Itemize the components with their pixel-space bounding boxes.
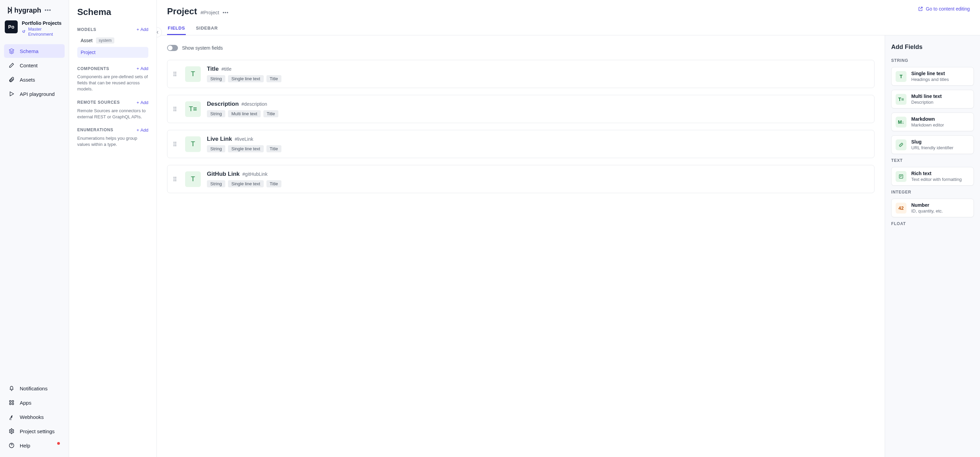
add-remote-source-button[interactable]: + Add bbox=[137, 100, 148, 105]
field-tag: Single line text bbox=[228, 75, 264, 82]
nav-project-settings[interactable]: Project settings bbox=[4, 424, 65, 438]
brand-logo[interactable]: hygraph bbox=[7, 6, 41, 14]
show-system-fields-label: Show system fields bbox=[182, 45, 223, 51]
brand-menu-icon[interactable]: ••• bbox=[45, 7, 51, 13]
add-model-button[interactable]: + Add bbox=[137, 27, 148, 32]
field-name: Title bbox=[207, 66, 219, 72]
help-badge bbox=[57, 442, 60, 445]
svg-point-4 bbox=[11, 430, 13, 432]
plus-icon: + bbox=[137, 127, 139, 133]
field-type-markdown[interactable]: M↓ Markdown Markdown editor bbox=[891, 113, 974, 131]
add-enumeration-button[interactable]: + Add bbox=[137, 127, 148, 133]
show-system-fields-toggle[interactable] bbox=[167, 45, 178, 51]
nav-api-playground[interactable]: API playground bbox=[4, 87, 65, 101]
field-api-id: #gitHubLink bbox=[242, 171, 267, 177]
field-card[interactable]: T Title #title StringSingle line textTit… bbox=[167, 60, 875, 88]
float-section-header: FLOAT bbox=[891, 221, 974, 226]
nav-webhooks[interactable]: Webhooks bbox=[4, 410, 65, 424]
add-fields-panel: Add Fields STRING T Single line text Hea… bbox=[885, 35, 980, 457]
field-tag: Title bbox=[266, 75, 282, 82]
components-help: Components are pre-defined sets of field… bbox=[77, 74, 148, 92]
field-type-icon: T bbox=[185, 66, 201, 82]
field-type-multi-line-text[interactable]: T≡ Multi line text Description bbox=[891, 90, 974, 108]
field-tag: String bbox=[207, 180, 225, 187]
svg-rect-1 bbox=[12, 401, 14, 402]
svg-rect-3 bbox=[12, 403, 14, 405]
markdown-icon: M↓ bbox=[896, 117, 907, 127]
gear-icon bbox=[8, 428, 15, 435]
schema-panel-title: Schema bbox=[77, 7, 148, 17]
field-name: Description bbox=[207, 101, 239, 108]
field-tag: Title bbox=[263, 110, 278, 117]
enumerations-help: Enumerations helps you group values with… bbox=[77, 135, 148, 148]
field-type-number[interactable]: 42 Number ID, quantity, etc. bbox=[891, 198, 974, 217]
slug-icon bbox=[896, 140, 907, 150]
branch-icon bbox=[22, 29, 26, 34]
field-api-id: #title bbox=[221, 66, 232, 72]
model-project[interactable]: Project bbox=[77, 47, 148, 58]
field-api-id: #liveLink bbox=[235, 136, 253, 142]
project-avatar: Po bbox=[5, 21, 18, 33]
model-api-id: #Project bbox=[200, 10, 219, 15]
field-tag: Single line text bbox=[228, 145, 264, 152]
integer-section-header: INTEGER bbox=[891, 190, 974, 195]
nav-assets[interactable]: Assets bbox=[4, 73, 65, 86]
add-fields-title: Add Fields bbox=[891, 43, 974, 51]
field-tag: String bbox=[207, 145, 225, 152]
pencil-icon bbox=[8, 62, 15, 69]
nav-apps[interactable]: Apps bbox=[4, 396, 65, 409]
field-type-icon: T bbox=[185, 171, 201, 187]
field-card[interactable]: T≡ Description #description StringMulti … bbox=[167, 95, 875, 123]
models-header: MODELS bbox=[77, 27, 96, 32]
string-section-header: STRING bbox=[891, 58, 974, 63]
tab-fields[interactable]: FIELDS bbox=[167, 22, 186, 35]
field-type-slug[interactable]: Slug URL friendly identifier bbox=[891, 135, 974, 154]
system-tag: system bbox=[96, 37, 115, 43]
schema-panel: Schema MODELS + Add Asset system Project… bbox=[69, 0, 157, 457]
field-type-icon: T bbox=[185, 136, 201, 152]
help-icon bbox=[8, 442, 15, 449]
nav-schema[interactable]: Schema bbox=[4, 44, 65, 58]
multi-line-text-icon: T≡ bbox=[896, 94, 907, 105]
drag-handle-icon[interactable] bbox=[173, 107, 179, 111]
model-title: Project bbox=[167, 6, 197, 17]
single-line-text-icon: T bbox=[896, 71, 907, 82]
grid-icon bbox=[8, 399, 15, 406]
field-card[interactable]: T Live Link #liveLink StringSingle line … bbox=[167, 130, 875, 158]
field-tag: String bbox=[207, 110, 225, 117]
field-type-icon: T≡ bbox=[185, 102, 201, 117]
text-section-header: TEXT bbox=[891, 158, 974, 163]
model-menu-button[interactable]: ••• bbox=[223, 10, 229, 15]
tab-sidebar[interactable]: SIDEBAR bbox=[195, 22, 218, 35]
project-name: Portfolio Projects bbox=[22, 21, 64, 26]
number-icon: 42 bbox=[896, 203, 907, 214]
left-sidebar: hygraph ••• Po Portfolio Projects Master… bbox=[0, 0, 69, 457]
add-component-button[interactable]: + Add bbox=[137, 66, 148, 71]
nav-help[interactable]: Help bbox=[4, 439, 65, 452]
external-link-icon bbox=[918, 6, 923, 11]
nav-content[interactable]: Content bbox=[4, 59, 65, 72]
field-tag: Single line text bbox=[228, 180, 264, 187]
goto-content-editing-link[interactable]: Go to content editing bbox=[918, 6, 970, 11]
field-tag: Title bbox=[266, 180, 282, 187]
field-card[interactable]: T GitHub Link #gitHubLink StringSingle l… bbox=[167, 165, 875, 193]
field-type-rich-text[interactable]: Rich text Text editor with formatting bbox=[891, 167, 974, 186]
plus-icon: + bbox=[137, 100, 139, 105]
model-asset[interactable]: Asset system bbox=[77, 35, 148, 46]
project-environment[interactable]: Master Environment bbox=[22, 27, 64, 37]
main-area: Project #Project ••• Go to content editi… bbox=[157, 0, 980, 457]
play-icon bbox=[8, 90, 15, 97]
drag-handle-icon[interactable] bbox=[173, 142, 179, 146]
rich-text-icon bbox=[896, 171, 907, 182]
svg-rect-2 bbox=[10, 403, 11, 405]
nav-notifications[interactable]: Notifications bbox=[4, 381, 65, 395]
plus-icon: + bbox=[137, 66, 139, 71]
drag-handle-icon[interactable] bbox=[173, 72, 179, 76]
field-tag: String bbox=[207, 75, 225, 82]
remote-sources-header: REMOTE SOURCES bbox=[77, 100, 120, 105]
webhook-icon bbox=[8, 414, 15, 420]
field-type-single-line-text[interactable]: T Single line text Headings and titles bbox=[891, 67, 974, 86]
project-switcher[interactable]: Po Portfolio Projects Master Environment bbox=[0, 21, 69, 44]
drag-handle-icon[interactable] bbox=[173, 177, 179, 181]
field-name: GitHub Link bbox=[207, 171, 240, 178]
